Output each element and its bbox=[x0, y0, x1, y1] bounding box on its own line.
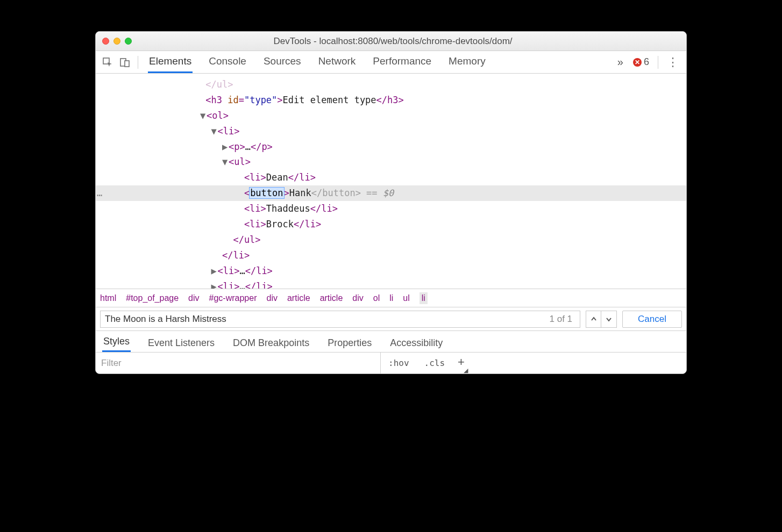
settings-menu-icon[interactable]: ⋮ bbox=[667, 55, 679, 69]
dom-line[interactable]: ▼<li> bbox=[96, 124, 686, 139]
separator bbox=[658, 56, 658, 69]
styles-filter-row: Filter :hov .cls +◢ bbox=[96, 352, 686, 373]
subtab-properties[interactable]: Properties bbox=[326, 334, 373, 352]
toggle-hov-button[interactable]: :hov bbox=[381, 358, 417, 368]
crumb-item[interactable]: #gc-wrapper bbox=[209, 293, 257, 303]
dom-line-selected[interactable]: <button>Hank</button> == $0 bbox=[96, 185, 686, 201]
crumb-item[interactable]: article bbox=[287, 293, 310, 303]
minimize-window-button[interactable] bbox=[113, 38, 120, 45]
search-prev-icon[interactable] bbox=[586, 311, 601, 327]
dom-line[interactable]: <h3 id="type">Edit element type</h3> bbox=[96, 92, 686, 108]
window-title: DevTools - localhost:8080/web/tools/chro… bbox=[132, 36, 686, 47]
dom-line[interactable]: ▼<ol> bbox=[96, 108, 686, 124]
crumb-item-selected[interactable]: li bbox=[420, 292, 428, 304]
styles-sidebar-tabs: Styles Event Listeners DOM Breakpoints P… bbox=[96, 330, 686, 352]
crumb-item[interactable]: li bbox=[389, 293, 393, 303]
dom-breadcrumb: html #top_of_page div #gc-wrapper div ar… bbox=[96, 289, 686, 307]
dom-line[interactable]: </li> bbox=[96, 248, 686, 263]
styles-filter-input[interactable]: Filter bbox=[96, 353, 381, 373]
inspect-element-icon[interactable] bbox=[99, 55, 116, 70]
tab-sources[interactable]: Sources bbox=[262, 51, 302, 73]
tab-performance[interactable]: Performance bbox=[372, 51, 432, 73]
crumb-item[interactable]: div bbox=[267, 293, 278, 303]
dom-line[interactable]: ▶<li>…</li> bbox=[96, 279, 686, 289]
subtab-event-listeners[interactable]: Event Listeners bbox=[147, 334, 216, 352]
separator bbox=[138, 56, 138, 69]
panel-tabs: Elements Console Sources Network Perform… bbox=[148, 51, 487, 73]
search-input[interactable]: The Moon is a Harsh Mistress bbox=[105, 314, 550, 325]
close-window-button[interactable] bbox=[102, 38, 109, 45]
search-nav bbox=[586, 311, 617, 328]
error-icon: ✕ bbox=[633, 58, 642, 67]
tab-elements[interactable]: Elements bbox=[148, 51, 193, 73]
traffic-lights bbox=[102, 38, 132, 45]
dom-line[interactable]: </ul> bbox=[96, 232, 686, 248]
device-toolbar-icon[interactable] bbox=[116, 55, 133, 70]
tag-name-edit-input[interactable]: button bbox=[250, 188, 283, 198]
crumb-item[interactable]: div bbox=[352, 293, 363, 303]
svg-rect-2 bbox=[125, 61, 129, 67]
crumb-item[interactable]: div bbox=[188, 293, 199, 303]
tab-network[interactable]: Network bbox=[317, 51, 357, 73]
search-result-count: 1 of 1 bbox=[550, 314, 573, 325]
dom-line[interactable]: ▼<ul> bbox=[96, 154, 686, 170]
new-style-rule-button[interactable]: +◢ bbox=[452, 355, 474, 370]
more-tabs-icon[interactable]: » bbox=[617, 56, 623, 68]
dom-line[interactable]: ▶<li>…</li> bbox=[96, 263, 686, 279]
search-input-wrap: The Moon is a Harsh Mistress 1 of 1 bbox=[100, 311, 580, 328]
tab-console[interactable]: Console bbox=[208, 51, 247, 73]
dom-line[interactable]: <li>Thaddeus</li> bbox=[96, 201, 686, 217]
error-count: 6 bbox=[644, 56, 649, 68]
crumb-item[interactable]: ol bbox=[373, 293, 380, 303]
maximize-window-button[interactable] bbox=[125, 38, 132, 45]
error-badge[interactable]: ✕ 6 bbox=[633, 56, 649, 68]
titlebar: DevTools - localhost:8080/web/tools/chro… bbox=[96, 32, 686, 51]
crumb-item[interactable]: html bbox=[100, 293, 116, 303]
crumb-item[interactable]: article bbox=[320, 293, 343, 303]
subtab-styles[interactable]: Styles bbox=[102, 333, 131, 352]
search-bar: The Moon is a Harsh Mistress 1 of 1 Canc… bbox=[96, 307, 686, 330]
subtab-dom-breakpoints[interactable]: DOM Breakpoints bbox=[232, 334, 310, 352]
tab-memory[interactable]: Memory bbox=[447, 51, 487, 73]
dom-line[interactable]: <li>Brock</li> bbox=[96, 217, 686, 232]
crumb-item[interactable]: ul bbox=[403, 293, 409, 303]
dom-line[interactable]: </ul> bbox=[96, 77, 686, 92]
main-toolbar: Elements Console Sources Network Perform… bbox=[96, 51, 686, 74]
dom-line[interactable]: <li>Dean</li> bbox=[96, 170, 686, 185]
devtools-window: DevTools - localhost:8080/web/tools/chro… bbox=[95, 31, 687, 374]
cancel-button[interactable]: Cancel bbox=[622, 311, 682, 328]
toggle-cls-button[interactable]: .cls bbox=[417, 358, 453, 368]
subtab-accessibility[interactable]: Accessibility bbox=[389, 334, 444, 352]
search-next-icon[interactable] bbox=[601, 311, 616, 327]
dom-line[interactable]: ▶<p>…</p> bbox=[96, 139, 686, 155]
elements-dom-tree[interactable]: </ul> <h3 id="type">Edit element type</h… bbox=[96, 74, 686, 289]
crumb-item[interactable]: #top_of_page bbox=[126, 293, 179, 303]
